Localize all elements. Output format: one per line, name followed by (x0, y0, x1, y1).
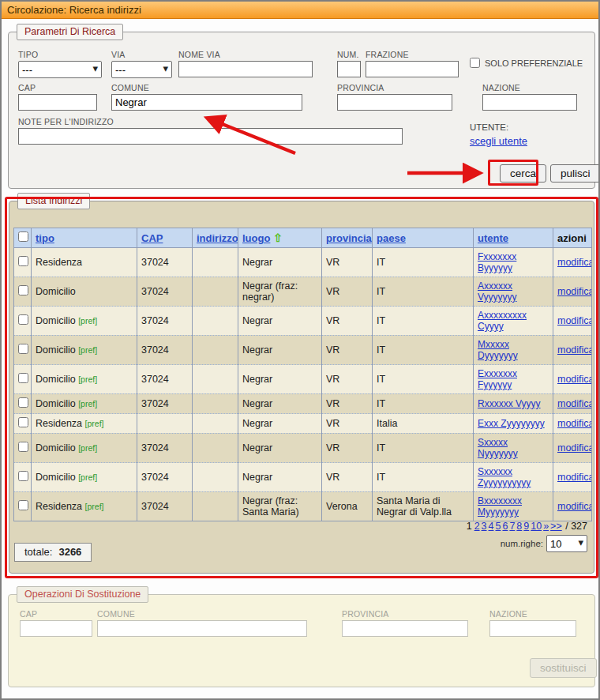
tipo-select[interactable]: --- (18, 61, 102, 78)
tipo-field: TIPO --- ▾ (18, 50, 102, 78)
tipo-label: TIPO (18, 50, 102, 59)
replace-provincia-field: PROVINCIA (342, 609, 468, 637)
cap-label: CAP (18, 83, 97, 92)
replace-provincia-input[interactable] (342, 620, 468, 637)
replace-cap-field: CAP (20, 609, 92, 637)
provincia-label: PROVINCIA (337, 83, 452, 92)
via-field: VIA --- ▾ (111, 50, 172, 78)
replace-provincia-label: PROVINCIA (342, 609, 468, 619)
nazione-input[interactable] (482, 94, 577, 111)
provincia-input[interactable] (337, 94, 452, 111)
utente-field: UTENTE: scegli utente (470, 119, 527, 148)
via-label: VIA (111, 50, 172, 59)
replace-comune-label: COMUNE (97, 609, 307, 619)
nazione-field: NAZIONE (482, 83, 577, 111)
solo-preferenziale-checkbox[interactable] (470, 58, 480, 68)
solo-preferenziale-field: SOLO PREFERENZIALE (470, 58, 583, 68)
replace-ops-panel: Operazioni Di Sostituzione CAP COMUNE PR… (8, 594, 595, 687)
replace-comune-input[interactable] (97, 620, 307, 637)
replace-nazione-input[interactable] (489, 620, 576, 637)
comune-label: COMUNE (111, 83, 302, 92)
scegli-utente-link[interactable]: scegli utente (470, 135, 527, 147)
search-params-legend: Parametri Di Ricerca (17, 24, 123, 40)
page-title: Circolazione: Ricerca indirizzi (2, 2, 598, 19)
nome-via-field: NOME VIA (178, 50, 313, 77)
replace-nazione-field: NAZIONE (489, 609, 576, 637)
pulisci-button[interactable]: pulisci (550, 164, 600, 183)
replace-cap-input[interactable] (20, 620, 92, 637)
solo-preferenziale-label: SOLO PREFERENZIALE (485, 58, 583, 68)
provincia-field: PROVINCIA (337, 83, 452, 111)
comune-field: COMUNE (111, 83, 302, 111)
num-label: NUM. (337, 50, 361, 59)
comune-input[interactable] (111, 94, 302, 111)
via-select[interactable]: --- (111, 61, 172, 78)
nome-via-input[interactable] (178, 61, 313, 77)
replace-ops-legend: Operazioni Di Sostituzione (17, 586, 148, 603)
frazione-label: FRAZIONE (366, 50, 459, 59)
replace-comune-field: COMUNE (97, 609, 307, 637)
replace-nazione-label: NAZIONE (489, 609, 576, 619)
nazione-label: NAZIONE (482, 83, 577, 92)
num-input[interactable] (337, 61, 361, 77)
cap-input[interactable] (18, 94, 97, 111)
frazione-field: FRAZIONE (366, 50, 459, 77)
replace-cap-label: CAP (20, 609, 92, 619)
num-field: NUM. (337, 50, 361, 77)
note-field: NOTE PER L'INDIRIZZO (18, 117, 403, 145)
search-params-panel: Parametri Di Ricerca TIPO --- ▾ VIA --- … (8, 32, 595, 189)
cerca-button[interactable]: cerca (500, 164, 546, 183)
utente-label: UTENTE: (470, 122, 508, 132)
list-annotation-box (5, 197, 598, 578)
sostituisci-button[interactable]: sostituisci (530, 658, 597, 678)
frazione-input[interactable] (366, 61, 459, 77)
note-label: NOTE PER L'INDIRIZZO (18, 117, 403, 126)
note-input[interactable] (18, 128, 403, 145)
cap-field: CAP (18, 83, 97, 111)
nome-via-label: NOME VIA (178, 50, 313, 59)
app-window: Circolazione: Ricerca indirizzi Parametr… (0, 0, 600, 700)
